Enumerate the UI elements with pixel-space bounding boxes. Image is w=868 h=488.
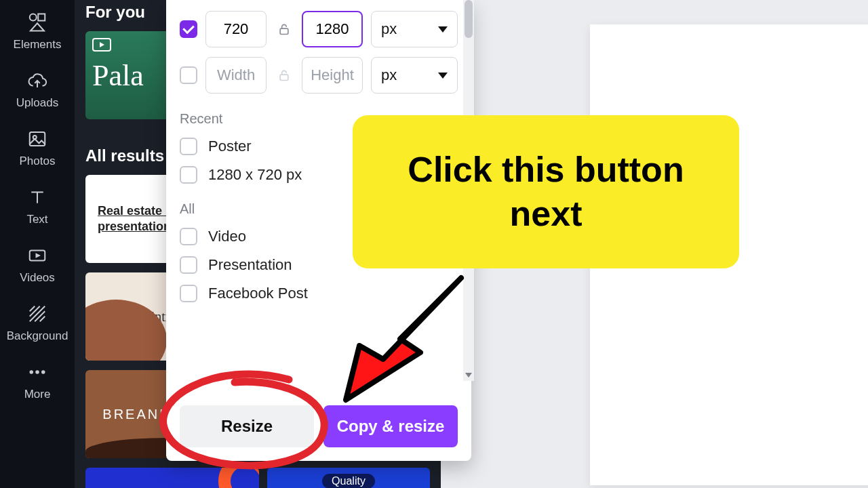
siderail-photos[interactable]: Photos bbox=[0, 117, 75, 175]
width-input[interactable] bbox=[205, 57, 267, 94]
size-option-facebook-post[interactable]: Facebook Post bbox=[180, 285, 458, 302]
option-label: 868 x 488 px bbox=[208, 166, 302, 184]
svg-rect-8 bbox=[280, 28, 288, 34]
photo-icon bbox=[27, 129, 47, 149]
shapes-icon bbox=[27, 12, 47, 33]
svg-point-7 bbox=[41, 370, 45, 374]
svg-rect-2 bbox=[30, 132, 45, 146]
option-label: Poster bbox=[208, 138, 252, 155]
custom-size-row-active: px bbox=[180, 11, 458, 47]
size-checkbox[interactable] bbox=[180, 228, 197, 245]
option-label: Presentation bbox=[208, 256, 292, 274]
width-input[interactable] bbox=[205, 11, 267, 47]
siderail-label: Videos bbox=[20, 271, 55, 285]
size-checkbox[interactable] bbox=[180, 138, 197, 155]
siderail-label: Background bbox=[7, 329, 68, 343]
svg-point-5 bbox=[30, 370, 34, 374]
height-input[interactable] bbox=[302, 11, 363, 47]
cloud-upload-icon bbox=[27, 70, 47, 91]
size-checkbox[interactable] bbox=[180, 285, 197, 302]
siderail-label: Elements bbox=[14, 38, 62, 52]
svg-point-6 bbox=[35, 370, 39, 374]
height-input[interactable] bbox=[302, 57, 363, 94]
siderail-label: More bbox=[24, 388, 51, 401]
copy-and-resize-button[interactable]: Copy & resize bbox=[323, 405, 458, 447]
siderail-label: Text bbox=[26, 213, 47, 226]
lock-aspect-icon[interactable] bbox=[275, 22, 294, 37]
size-checkbox[interactable] bbox=[180, 256, 197, 274]
option-label: Facebook Post bbox=[208, 285, 308, 302]
siderail-label: Uploads bbox=[16, 96, 58, 110]
unit-select[interactable]: px bbox=[371, 57, 458, 94]
decoration bbox=[218, 468, 259, 488]
resize-actions: Resize Copy & resize bbox=[180, 405, 458, 447]
annotation-text: Click this button next bbox=[369, 148, 723, 236]
siderail-uploads[interactable]: Uploads bbox=[0, 58, 75, 117]
hatch-icon bbox=[27, 304, 47, 324]
chevron-down-icon bbox=[438, 73, 448, 79]
siderail-videos[interactable]: Videos bbox=[0, 233, 75, 291]
template-thumb[interactable]: Digital bbox=[85, 468, 259, 488]
annotation-callout: Click this button next bbox=[353, 115, 739, 268]
lock-aspect-icon[interactable] bbox=[275, 68, 294, 83]
tool-siderail: Elements Uploads Photos Text Videos Back… bbox=[0, 0, 75, 488]
option-label: Video bbox=[208, 228, 246, 245]
siderail-text[interactable]: Text bbox=[0, 175, 75, 233]
unit-select[interactable]: px bbox=[371, 11, 458, 47]
size-checkbox[interactable] bbox=[180, 20, 197, 38]
scrollbar-thumb[interactable] bbox=[465, 0, 473, 38]
chevron-down-icon bbox=[438, 26, 448, 33]
unit-label: px bbox=[381, 20, 397, 38]
thumb-title: Quality bbox=[322, 474, 375, 488]
size-checkbox[interactable] bbox=[180, 166, 197, 184]
custom-size-row-blank: px bbox=[180, 57, 458, 94]
size-checkbox[interactable] bbox=[180, 66, 197, 84]
unit-label: px bbox=[381, 66, 397, 84]
siderail-label: Photos bbox=[20, 155, 56, 168]
video-icon bbox=[27, 245, 47, 266]
siderail-more[interactable]: More bbox=[0, 350, 75, 408]
template-thumb[interactable]: Quality Working Spaces bbox=[267, 468, 430, 488]
resize-button[interactable]: Resize bbox=[180, 405, 314, 447]
more-icon bbox=[27, 362, 47, 382]
play-icon bbox=[92, 38, 111, 52]
svg-rect-9 bbox=[280, 75, 288, 80]
siderail-elements[interactable]: Elements bbox=[0, 0, 75, 58]
svg-rect-1 bbox=[38, 14, 45, 21]
text-icon bbox=[27, 187, 47, 207]
svg-point-0 bbox=[30, 14, 37, 21]
scroll-down-icon[interactable] bbox=[463, 369, 474, 381]
siderail-background[interactable]: Background bbox=[0, 291, 75, 350]
